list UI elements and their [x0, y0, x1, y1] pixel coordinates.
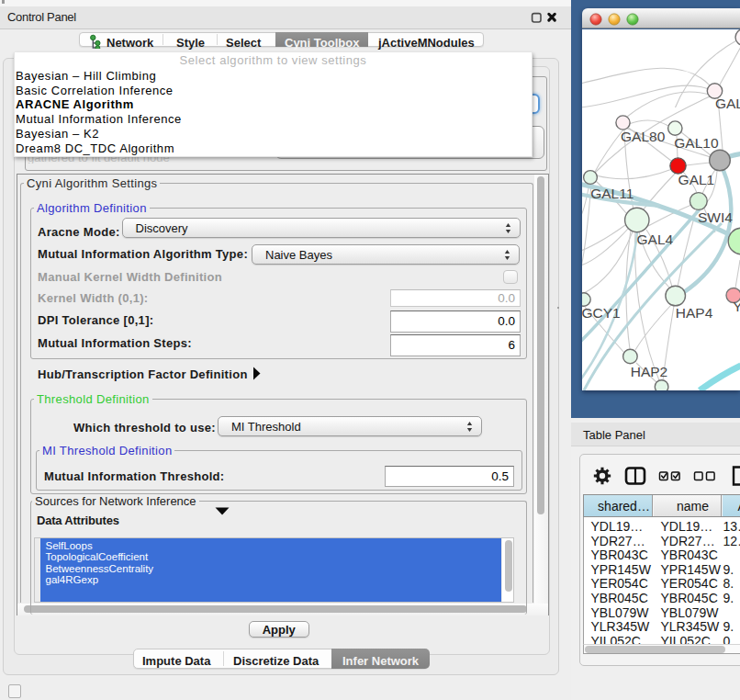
svg-text:Y: Y — [733, 299, 740, 314]
svg-text:GAL7: GAL7 — [715, 96, 740, 111]
svg-text:GAL4: GAL4 — [637, 231, 674, 247]
svg-text:HAP4: HAP4 — [676, 305, 713, 321]
svg-text:GAL10: GAL10 — [674, 135, 719, 151]
svg-text:GAL80: GAL80 — [621, 129, 666, 144]
svg-text:GAL1: GAL1 — [678, 172, 715, 187]
svg-text:GCY1: GCY1 — [582, 305, 621, 321]
svg-text:HAP2: HAP2 — [631, 364, 668, 379]
svg-text:GAL11: GAL11 — [590, 186, 633, 201]
svg-text:SWI4: SWI4 — [698, 209, 733, 225]
